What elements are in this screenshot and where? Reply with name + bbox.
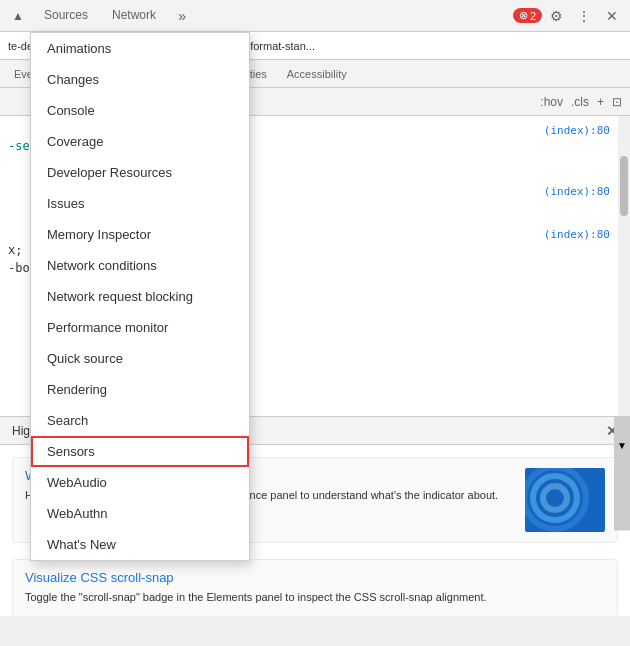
devtools-topbar: ▲ Sources Network » ⊗ 2 ⚙ ⋮ ✕ (0, 0, 630, 32)
left-arrow-icon[interactable]: ▲ (4, 2, 32, 30)
menu-item-webaudio[interactable]: WebAudio (31, 467, 249, 498)
menu-item-network-request-blocking[interactable]: Network request blocking (31, 281, 249, 312)
feature-desc-2: Toggle the "scroll-snap" badge in the El… (25, 589, 605, 606)
menu-item-changes[interactable]: Changes (31, 64, 249, 95)
dropdown-menu: AnimationsChangesConsoleCoverageDevelope… (30, 32, 250, 561)
menu-item-console[interactable]: Console (31, 95, 249, 126)
feature-item-2: Visualize CSS scroll-snap Toggle the "sc… (12, 559, 618, 616)
menu-item-what's-new[interactable]: What's New (31, 529, 249, 560)
code-line-ref-3: (index):80 (544, 228, 610, 241)
code-line-ref-1: (index):80 (544, 124, 610, 137)
tab-accessibility[interactable]: Accessibility (277, 64, 357, 84)
error-icon: ⊗ (519, 9, 528, 22)
hov-filter[interactable]: :hov (540, 95, 563, 109)
tab-sources[interactable]: Sources (32, 0, 100, 32)
menu-item-developer-resources[interactable]: Developer Resources (31, 157, 249, 188)
menu-item-quick-source[interactable]: Quick source (31, 343, 249, 374)
menu-item-animations[interactable]: Animations (31, 33, 249, 64)
feature-img-1 (525, 468, 605, 532)
scrollbar-thumb (620, 156, 628, 216)
menu-item-sensors[interactable]: Sensors (31, 436, 249, 467)
error-count: 2 (530, 10, 536, 22)
menu-item-search[interactable]: Search (31, 405, 249, 436)
menu-item-issues[interactable]: Issues (31, 188, 249, 219)
menu-item-memory-inspector[interactable]: Memory Inspector (31, 219, 249, 250)
code-line-ref-2: (index):80 (544, 185, 610, 198)
menu-item-performance-monitor[interactable]: Performance monitor (31, 312, 249, 343)
add-style-icon[interactable]: + (597, 95, 604, 109)
toggle-icon[interactable]: ⊡ (612, 95, 622, 109)
menu-item-coverage[interactable]: Coverage (31, 126, 249, 157)
more-menu-button[interactable]: ⋮ (570, 2, 598, 30)
settings-button[interactable]: ⚙ (542, 2, 570, 30)
feature-text-2: Visualize CSS scroll-snap Toggle the "sc… (25, 570, 605, 606)
cls-filter[interactable]: .cls (571, 95, 589, 109)
menu-item-webauthn[interactable]: WebAuthn (31, 498, 249, 529)
error-badge: ⊗ 2 (513, 8, 542, 23)
menu-item-rendering[interactable]: Rendering (31, 374, 249, 405)
tab-network[interactable]: Network (100, 0, 168, 32)
more-tabs-button[interactable]: » (168, 2, 196, 30)
menu-item-network-conditions[interactable]: Network conditions (31, 250, 249, 281)
feature-title-2[interactable]: Visualize CSS scroll-snap (25, 570, 605, 585)
panel-scroll-right[interactable]: ▼ (614, 416, 630, 531)
close-button[interactable]: ✕ (598, 2, 626, 30)
vertical-scrollbar[interactable] (618, 116, 630, 416)
